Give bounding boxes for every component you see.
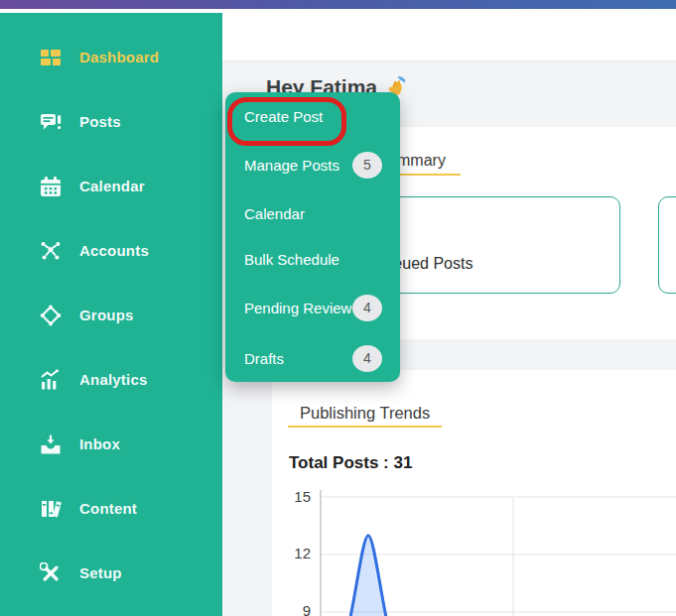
- sidebar-item-setup[interactable]: Setup: [0, 541, 222, 605]
- sidebar-item-calendar[interactable]: Calendar: [0, 154, 222, 218]
- inbox-icon: [40, 433, 62, 455]
- summary-card-2[interactable]: [658, 196, 676, 294]
- total-posts-label: Total Posts : 31: [289, 453, 412, 473]
- sidebar-item-label: Inbox: [79, 435, 120, 452]
- publishing-trends-chart: [320, 486, 676, 616]
- top-accent-bar: [0, 0, 676, 9]
- flyout-item-label: Manage Posts: [244, 157, 339, 174]
- sidebar-item-content[interactable]: Content: [0, 476, 222, 541]
- sidebar-item-label: Dashboard: [79, 49, 159, 65]
- sidebar-nav: Dashboard Posts Calendar Accounts: [0, 13, 222, 605]
- count-badge: 5: [352, 152, 382, 179]
- publishing-trends-panel: Publishing Trends Total Posts : 31 15 12…: [272, 370, 676, 616]
- sidebar-item-accounts[interactable]: Accounts: [0, 218, 222, 283]
- flyout-item-label: Drafts: [244, 350, 284, 367]
- flyout-item-drafts[interactable]: Drafts 4: [244, 344, 388, 372]
- flyout-item-label: Bulk Schedule: [244, 251, 339, 268]
- content-icon: [40, 498, 62, 520]
- analytics-icon: [40, 369, 62, 391]
- sidebar-item-groups[interactable]: Groups: [0, 283, 222, 347]
- sidebar-item-dashboard[interactable]: Dashboard: [0, 25, 222, 89]
- sidebar-item-label: Content: [79, 500, 137, 517]
- flyout-item-create-post[interactable]: Create Post: [244, 102, 388, 130]
- dashboard-icon: [40, 47, 62, 68]
- flyout-item-bulk-schedule[interactable]: Bulk Schedule: [244, 245, 388, 273]
- posts-icon: [40, 111, 62, 133]
- sidebar-item-inbox[interactable]: Inbox: [0, 412, 222, 476]
- sidebar-item-label: Posts: [79, 113, 121, 130]
- sidebar-item-label: Groups: [79, 307, 134, 323]
- flyout-item-label: Pending Review: [244, 300, 351, 316]
- flyout-item-calendar[interactable]: Calendar: [244, 199, 388, 227]
- count-badge: 4: [352, 345, 382, 372]
- count-badge: 4: [352, 295, 382, 321]
- tab-active-underline: [288, 426, 442, 428]
- app-root: Dashboard Posts Calendar Accounts: [0, 0, 676, 616]
- sidebar-item-label: Accounts: [79, 242, 149, 259]
- sidebar: Dashboard Posts Calendar Accounts: [0, 13, 222, 616]
- flyout-item-label: Create Post: [244, 108, 323, 125]
- tab-publishing-trends[interactable]: Publishing Trends: [300, 404, 430, 423]
- sidebar-item-label: Setup: [79, 564, 122, 581]
- sidebar-item-label: Calendar: [79, 178, 145, 194]
- sidebar-item-posts[interactable]: Posts: [0, 89, 222, 154]
- accounts-icon: [40, 240, 62, 262]
- groups-icon: [40, 305, 62, 326]
- y-axis-tick: 15: [285, 488, 311, 505]
- flyout-item-manage-posts[interactable]: Manage Posts 5: [244, 151, 388, 179]
- y-axis-tick: 9: [285, 602, 311, 616]
- calendar-icon: [40, 176, 62, 197]
- sidebar-item-label: Analytics: [79, 371, 148, 388]
- posts-flyout-menu: Create Post Manage Posts 5 Calendar Bulk…: [225, 92, 400, 382]
- flyout-item-pending-review[interactable]: Pending Review 4: [244, 294, 388, 321]
- trend-area: [336, 536, 401, 616]
- sidebar-item-analytics[interactable]: Analytics: [0, 347, 222, 412]
- flyout-item-label: Calendar: [244, 205, 305, 222]
- top-header: [222, 9, 676, 62]
- setup-icon: [40, 562, 62, 584]
- y-axis-tick: 12: [285, 545, 311, 561]
